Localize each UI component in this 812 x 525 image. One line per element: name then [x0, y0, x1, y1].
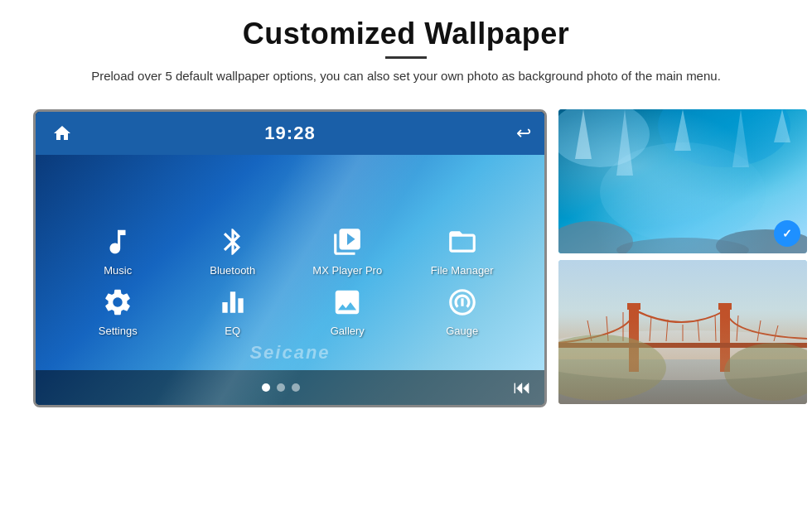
app-mxplayer-label: MX Player Pro	[312, 264, 382, 277]
back-icon[interactable]: ↩	[516, 123, 531, 144]
svg-rect-18	[718, 303, 732, 310]
svg-point-14	[558, 330, 807, 380]
svg-marker-8	[774, 109, 790, 142]
svg-line-27	[715, 315, 716, 341]
svg-point-1	[558, 109, 650, 167]
svg-rect-13	[558, 359, 807, 404]
app-gauge-label: Gauge	[446, 325, 478, 337]
gauge-icon	[443, 283, 481, 321]
settings-icon	[99, 283, 137, 321]
svg-rect-12	[558, 260, 807, 359]
car-screen: 19:28 ↩ Music	[33, 109, 547, 407]
ice-badge: ✓	[774, 220, 800, 247]
app-filemanager-label: File Manager	[431, 264, 494, 277]
svg-point-3	[600, 142, 766, 242]
app-music-label: Music	[104, 264, 132, 277]
app-eq[interactable]: EQ	[191, 283, 274, 337]
pagination-dots	[49, 383, 513, 392]
watermark: Seicane	[249, 342, 330, 364]
video-player-icon	[328, 223, 366, 261]
app-bluetooth-label: Bluetooth	[210, 264, 255, 277]
app-filemanager[interactable]: File Manager	[421, 223, 504, 277]
app-music[interactable]: Music	[76, 223, 159, 277]
svg-point-31	[558, 335, 666, 401]
page-title: Customized Wallpaper	[91, 17, 721, 51]
svg-point-32	[724, 343, 807, 401]
svg-line-30	[774, 325, 778, 341]
music-icon	[99, 223, 137, 261]
svg-marker-5	[616, 109, 633, 176]
app-settings-label: Settings	[99, 325, 138, 337]
svg-rect-19	[558, 343, 807, 348]
svg-line-28	[737, 315, 738, 341]
dot-2[interactable]	[277, 383, 285, 392]
app-gallery[interactable]: Gallery	[306, 283, 389, 337]
app-eq-label: EQ	[225, 325, 240, 337]
thumbnail-ice-cave[interactable]: ✓	[558, 109, 807, 253]
screen-body: Music Bluetooth MX Player	[36, 155, 544, 405]
svg-line-21	[607, 316, 608, 341]
content-area: 19:28 ↩ Music	[33, 109, 779, 407]
svg-rect-0	[558, 109, 807, 253]
svg-point-11	[616, 238, 749, 253]
home-icon[interactable]	[49, 120, 75, 147]
app-mxplayer[interactable]: MX Player Pro	[306, 223, 389, 277]
svg-line-24	[666, 320, 668, 341]
equalizer-icon	[214, 283, 252, 321]
svg-line-29	[757, 320, 761, 341]
bluetooth-icon	[214, 223, 252, 261]
app-row-1: Music Bluetooth MX Player	[36, 219, 544, 280]
screen-header: 19:28 ↩	[36, 112, 544, 155]
svg-point-9	[558, 221, 633, 253]
app-gauge[interactable]: Gauge	[421, 283, 504, 337]
gallery-icon	[328, 283, 366, 321]
title-divider	[385, 56, 427, 59]
svg-marker-4	[575, 109, 592, 159]
svg-line-20	[587, 320, 592, 341]
screen-footer: ⏮	[36, 370, 544, 405]
app-settings[interactable]: Settings	[76, 283, 159, 337]
svg-point-2	[658, 109, 790, 167]
ice-cave-image	[558, 109, 807, 253]
dot-1[interactable]	[262, 383, 270, 392]
bridge-image	[558, 260, 807, 404]
thumbnail-bridge[interactable]	[558, 260, 807, 404]
svg-line-23	[650, 316, 651, 341]
app-row-2: Settings EQ Gallery	[36, 280, 544, 340]
title-section: Customized Wallpaper Preload over 5 defa…	[91, 17, 721, 86]
svg-marker-7	[732, 109, 749, 167]
folder-icon	[443, 223, 481, 261]
app-grid: Music Bluetooth MX Player	[36, 211, 544, 349]
dot-3[interactable]	[292, 383, 300, 392]
svg-rect-15	[629, 306, 639, 372]
page-container: Customized Wallpaper Preload over 5 defa…	[0, 0, 812, 525]
svg-line-26	[698, 320, 699, 341]
side-thumbnails: ✓	[558, 109, 807, 404]
app-gallery-label: Gallery	[331, 325, 365, 337]
time-display: 19:28	[264, 123, 315, 144]
svg-marker-6	[674, 109, 691, 151]
svg-rect-17	[627, 303, 640, 310]
skip-back-icon[interactable]: ⏮	[513, 377, 531, 398]
app-bluetooth[interactable]: Bluetooth	[191, 223, 274, 277]
page-subtitle: Preload over 5 default wallpaper options…	[91, 67, 721, 86]
